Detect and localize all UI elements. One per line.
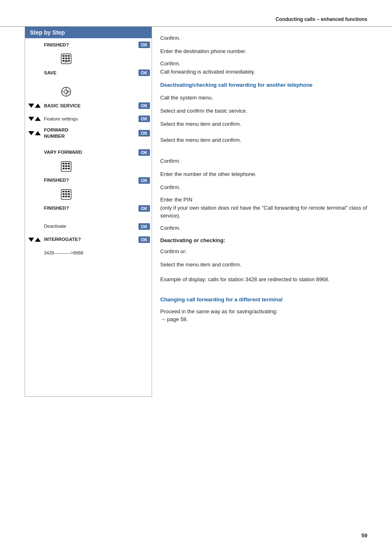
text-interrogate: Select the menu item and confirm. (160, 261, 241, 269)
right-row-feature-settings: Select the menu item and confirm. (160, 118, 367, 131)
right-row-save: Confirm. Call forwarding is activated im… (160, 58, 367, 77)
svg-rect-29 (68, 191, 70, 192)
keypad-icon-2 (60, 161, 72, 172)
svg-rect-20 (62, 165, 65, 167)
svg-rect-8 (65, 60, 67, 62)
bold-heading-deactivating: Deactivating or checking: (160, 237, 367, 243)
arrow-up-feature (35, 117, 41, 121)
right-row-finished-2: Confirm. (160, 181, 367, 194)
text-forward-number: Select the menu item and confirm. (160, 136, 241, 144)
label-display-example: 3428----------->8968 (42, 250, 152, 256)
text-enter-other: Enter the number of the other telephone. (160, 170, 256, 178)
ok-btn-vary-forward[interactable]: OK (138, 149, 150, 156)
ok-btn-finished-2[interactable]: OK (138, 177, 150, 184)
ok-btn-basic-service[interactable]: OK (138, 102, 150, 109)
ok-btn-finished-1[interactable]: OK (138, 42, 150, 48)
arrow-down-basic-service (28, 104, 34, 108)
svg-rect-1 (62, 55, 65, 57)
svg-rect-23 (62, 168, 65, 169)
right-row-proceed: Proceed in the same way as for saving/ac… (160, 306, 367, 325)
svg-rect-33 (62, 196, 65, 197)
nav-arrows-interrogate (25, 238, 42, 242)
svg-rect-17 (62, 163, 65, 164)
nav-arrows-basic-service (25, 104, 42, 108)
text-confirm-save: Confirm. (160, 60, 180, 68)
right-row-forward-number: Select the menu item and confirm. (160, 131, 367, 150)
ok-btn-finished-3[interactable]: OK (138, 205, 150, 212)
step-row-interrogate: INTERROGATE? OK (25, 233, 152, 246)
label-save: SAVE (42, 70, 138, 76)
svg-rect-21 (65, 165, 67, 167)
page-number: 59 (362, 532, 367, 539)
text-basic-service: Select and confirm the basic service. (160, 107, 247, 115)
step-row-feature-settings: Feature settings OK (25, 112, 152, 125)
spacer-right-2 (160, 288, 367, 292)
step-row-finished-3: FINISHED? OK (25, 202, 152, 215)
step-row-basic-service: BASIC SERVICE OK (25, 99, 152, 112)
section-heading-changing: Changing call forwarding for a different… (160, 296, 367, 303)
text-pin-note: (only if your own station does not have … (160, 204, 367, 220)
label-deactivate: Deactivate (42, 223, 138, 229)
right-row-display-example: Example of display: calls for station 34… (160, 271, 367, 288)
label-finished-1: FINISHED? (42, 42, 138, 48)
ok-btn-forward-number[interactable]: OK (138, 130, 150, 136)
arrow-down-feature (28, 117, 34, 121)
text-confirm-or: Confirm or: (160, 247, 187, 256)
text-vary-forward: Confirm. (160, 157, 180, 165)
svg-rect-34 (65, 196, 67, 197)
text-system-menu: Call the system menu. (160, 94, 213, 102)
text-call-forwarding-activated: Call forwarding is activated immediately… (160, 68, 255, 76)
svg-rect-4 (62, 58, 65, 59)
label-feature-settings: Feature settings (42, 116, 138, 122)
step-by-step-body: FINISHED? OK (25, 38, 152, 259)
svg-rect-32 (68, 193, 70, 195)
right-row-keypad-1: Enter the destination phone number. (160, 45, 367, 58)
spacer-after-forward (25, 141, 152, 146)
label-finished-2: FINISHED? (42, 177, 138, 183)
ok-btn-deactivate[interactable]: OK (138, 223, 150, 230)
text-page-ref: → page 58. (160, 316, 188, 322)
ok-btn-feature-settings[interactable]: OK (138, 116, 150, 122)
arrow-up-forward (35, 131, 41, 135)
text-proceed: Proceed in the same way as for saving/ac… (160, 308, 277, 314)
svg-rect-18 (65, 163, 67, 164)
right-row-vary-forward: Confirm. (160, 155, 367, 168)
step-row-keypad-1 (25, 51, 152, 66)
right-row-interrogate: Select the menu item and confirm. (160, 258, 367, 271)
right-row-finished-3: Confirm. (160, 222, 367, 235)
label-forward-number: FORWARDNUMBER (42, 127, 138, 139)
ok-btn-interrogate[interactable]: OK (138, 236, 150, 243)
svg-rect-30 (62, 193, 65, 195)
spacer-right-1 (160, 150, 367, 155)
step-row-vary-forward: VARY FORWARD OK (25, 146, 152, 159)
svg-rect-24 (65, 168, 67, 169)
step-row-finished-1: FINISHED? OK (25, 38, 152, 51)
text-display-example: Example of display: calls for station 34… (160, 275, 330, 284)
right-row-finished-1: Confirm. (160, 32, 367, 45)
arrow-down-forward (28, 131, 34, 135)
header-title: Conducting calls – enhanced functions (276, 16, 367, 22)
nav-arrows-forward-number (25, 131, 42, 135)
step-by-step-header: Step by Step (25, 27, 152, 38)
ok-btn-save[interactable]: OK (138, 69, 150, 76)
spacer-after-save (25, 79, 152, 84)
right-row-deactivate: Confirm or: (160, 245, 367, 258)
svg-rect-28 (65, 191, 67, 192)
section-heading-deactivating: Deactivating/checking call forwarding fo… (160, 81, 367, 89)
svg-rect-5 (65, 58, 67, 59)
text-confirm-1: Confirm. (160, 34, 180, 42)
step-row-system-menu (25, 84, 152, 99)
text-confirm-2: Confirm. (160, 183, 180, 192)
label-interrogate: INTERROGATE? (42, 236, 138, 243)
keypad-icon-3 (60, 189, 72, 200)
svg-rect-9 (68, 60, 70, 62)
spacer-before-deactivate (25, 215, 152, 220)
page-header: Conducting calls – enhanced functions (0, 0, 392, 27)
arrow-up-interrogate (35, 238, 41, 242)
svg-rect-22 (68, 165, 70, 167)
svg-rect-3 (68, 55, 70, 57)
nav-arrows-feature-settings (25, 117, 42, 121)
right-content: Confirm. Enter the destination phone num… (152, 27, 367, 397)
step-row-display-example: 3428----------->8968 (25, 246, 152, 259)
main-content: Step by Step FINISHED? OK (0, 27, 392, 397)
